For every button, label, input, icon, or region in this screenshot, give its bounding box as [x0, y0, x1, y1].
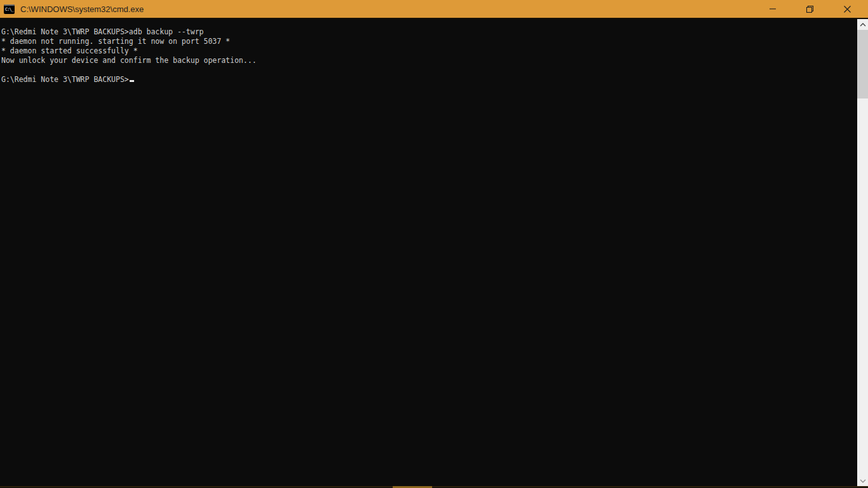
- console-output[interactable]: G:\Redmi Note 3\TWRP BACKUPS>adb backup …: [0, 19, 857, 486]
- close-button[interactable]: [832, 0, 862, 18]
- chevron-down-icon: [860, 479, 866, 483]
- scrollbar-thumb[interactable]: [857, 30, 868, 98]
- scroll-down-button[interactable]: [857, 475, 868, 486]
- chevron-up-icon: [860, 23, 866, 27]
- title-bar[interactable]: C:\_ C:\WINDOWS\system32\cmd.exe: [0, 0, 868, 19]
- console-line: Now unlock your device and confirm the b…: [1, 56, 857, 65]
- scroll-up-button[interactable]: [857, 19, 868, 30]
- restore-button[interactable]: [795, 0, 824, 18]
- cmd-window: C:\_ C:\WINDOWS\system32\cmd.exe G:\Redm…: [0, 0, 868, 488]
- cmd-icon-titlebar-stripe: [4, 4, 15, 6]
- vertical-scrollbar[interactable]: [857, 19, 868, 486]
- text-cursor: [130, 80, 134, 82]
- window-title: C:\WINDOWS\system32\cmd.exe: [20, 4, 144, 14]
- console-line: G:\Redmi Note 3\TWRP BACKUPS>: [1, 75, 857, 85]
- minimize-button[interactable]: [758, 0, 787, 18]
- console-line: * daemon not running. starting it now on…: [1, 37, 857, 46]
- cmd-icon-prompt-glyph: C:\_: [5, 7, 13, 12]
- restore-icon: [806, 5, 814, 13]
- minimize-icon: [769, 5, 776, 13]
- console-line: G:\Redmi Note 3\TWRP BACKUPS>adb backup …: [1, 27, 857, 37]
- console-line: * daemon started successfully *: [1, 46, 857, 56]
- cmd-app-icon[interactable]: C:\_: [4, 4, 15, 14]
- close-icon: [843, 5, 851, 13]
- window-bottom-border: [0, 486, 868, 487]
- console-line: [1, 65, 857, 75]
